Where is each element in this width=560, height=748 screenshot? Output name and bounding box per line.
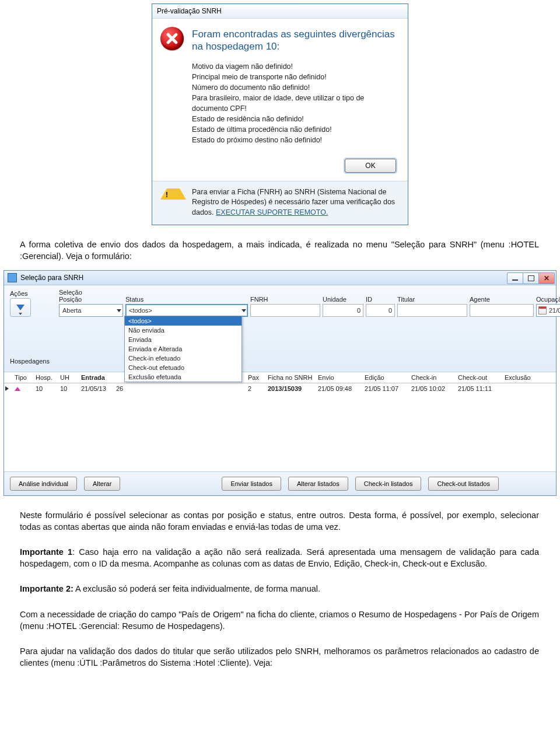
close-button[interactable]: ✕ <box>539 272 555 284</box>
dialog-message: Estado do próximo destino não definido! <box>192 135 398 145</box>
row-type-icon <box>15 387 20 391</box>
unidade-input[interactable]: 0 <box>323 304 363 317</box>
col-exclusao[interactable]: Exclusão <box>503 374 538 381</box>
cell-hosp: 10 <box>34 385 59 392</box>
status-value: <todos> <box>129 307 152 314</box>
label-acoes: Ações <box>10 290 57 298</box>
cell-pax: 2 <box>247 385 267 392</box>
important-2-text: A exclusão só poderá ser feita individua… <box>74 584 320 593</box>
body-paragraph: Importante 1: Caso haja erro na validaçã… <box>20 547 539 569</box>
cell-uh: 10 <box>59 385 80 392</box>
label-unidade: Unidade <box>323 296 363 304</box>
cell-edicao: 21/05 11:07 <box>363 385 410 392</box>
window-titlebar[interactable]: Seleção para SNRH ✕ <box>4 271 556 285</box>
label-hospedagens: Hospedagens <box>10 358 550 365</box>
label-posicao: Posição <box>59 296 123 304</box>
id-input[interactable]: 0 <box>366 304 395 317</box>
dialog-message: Estado de última procedência não definid… <box>192 124 398 135</box>
status-option[interactable]: <todos> <box>125 316 242 326</box>
dialog-message-list: Motivo da viagem não definido! Principal… <box>192 61 398 146</box>
ok-button[interactable]: OK <box>345 159 396 173</box>
dialog-message: Para brasileiro, maior de idade, deve ut… <box>192 93 398 114</box>
cell-partial: 26 <box>115 385 130 392</box>
status-dropdown-list[interactable]: <todos> Não enviada Enviada Enviada e Al… <box>124 316 242 382</box>
actions-button[interactable] <box>10 298 31 317</box>
col-checkin[interactable]: Check-in <box>410 374 457 381</box>
grid-data-row[interactable]: 10 10 21/05/13 26 2 2013/15039 21/05 09:… <box>4 383 556 394</box>
minimize-button[interactable] <box>507 272 523 284</box>
filter-toolbar: Ações Seleção Posição Aberta <box>4 285 556 372</box>
label-fnrh: FNRH <box>250 296 320 304</box>
prevalidation-dialog: Pré-validação SNRH Foram encontradas as … <box>152 4 408 225</box>
important-2-lead: Importante 2: <box>20 584 74 593</box>
calendar-icon <box>538 306 547 314</box>
cell-entrada: 21/05/13 <box>80 385 115 392</box>
important-1-text: : Caso haja erro na validação a ação não… <box>20 547 539 568</box>
dialog-message: Motivo da viagem não definido! <box>192 61 398 72</box>
col-tipo[interactable]: Tipo <box>13 374 34 381</box>
status-option[interactable]: Check-out efetuado <box>125 363 242 372</box>
hospedagens-grid: Tipo Hosp. UH Entrada Pax Ficha no SNRH … <box>4 372 556 471</box>
cell-envio: 21/05 09:48 <box>317 385 363 392</box>
label-ocup-ini: Ocupação Inicial <box>536 296 560 304</box>
app-icon <box>8 273 17 282</box>
alterar-listados-button[interactable]: Alterar listados <box>288 477 348 491</box>
body-paragraph: Neste formulário é possível selecionar a… <box>20 510 539 533</box>
body-paragraph: Com a necessidade de criação do campo "P… <box>20 609 539 632</box>
snrh-selection-window: Seleção para SNRH ✕ Ações <box>4 270 556 496</box>
ocup-ini-input[interactable]: 21/05/13 <box>536 304 560 317</box>
cell-checkin: 21/05 10:02 <box>410 385 457 392</box>
col-checkout[interactable]: Check-out <box>457 374 503 381</box>
status-option[interactable]: Enviada e Alterada <box>125 344 242 354</box>
arrow-down-icon <box>16 305 24 310</box>
error-icon <box>160 27 184 50</box>
maximize-button[interactable] <box>523 272 539 284</box>
col-pax[interactable]: Pax <box>247 374 267 381</box>
chevron-down-icon <box>19 313 22 315</box>
col-uh[interactable]: UH <box>59 374 80 381</box>
warning-icon <box>160 188 186 200</box>
col-ficha[interactable]: Ficha no SNRH <box>267 374 317 381</box>
dialog-message: Estado de residência não definido! <box>192 114 398 124</box>
row-current-icon <box>5 386 9 391</box>
chevron-down-icon <box>242 309 246 312</box>
col-entrada[interactable]: Entrada <box>80 374 115 381</box>
col-envio[interactable]: Envio <box>317 374 363 381</box>
grid-header-row: Tipo Hosp. UH Entrada Pax Ficha no SNRH … <box>4 372 556 383</box>
body-paragraph: A forma coletiva de envio dos dados da h… <box>20 239 539 262</box>
agente-input[interactable] <box>470 304 534 317</box>
titular-input[interactable] <box>397 304 467 317</box>
important-1-lead: Importante 1 <box>20 547 72 557</box>
posicao-combo[interactable]: Aberta <box>59 304 123 317</box>
fnrh-input[interactable] <box>250 304 320 317</box>
label-titular: Titular <box>397 296 467 304</box>
status-option[interactable]: Enviada <box>125 335 242 344</box>
alterar-button[interactable]: Alterar <box>84 477 120 491</box>
status-option[interactable]: Check-in efetuado <box>125 354 242 363</box>
dialog-message: Número do documento não definido! <box>192 82 398 93</box>
status-option[interactable]: Não enviada <box>125 326 242 335</box>
posicao-value: Aberta <box>62 307 81 314</box>
dialog-title: Pré-validação SNRH <box>152 4 408 19</box>
ocup-ini-value: 21/05/13 <box>549 307 560 314</box>
dialog-heading: Foram encontradas as seguintes divergênc… <box>192 28 398 53</box>
chevron-down-icon <box>117 309 121 312</box>
col-hosp[interactable]: Hosp. <box>34 374 59 381</box>
body-paragraph: Importante 2: A exclusão só poderá ser f… <box>20 583 539 595</box>
col-edicao[interactable]: Edição <box>363 374 410 381</box>
enviar-listados-button[interactable]: Enviar listados <box>222 477 281 491</box>
body-paragraph: Para ajudar na validação dos dados do ti… <box>20 646 539 669</box>
window-title: Seleção para SNRH <box>20 274 83 282</box>
checkin-listados-button[interactable]: Check-in listados <box>355 477 422 491</box>
analise-individual-button[interactable]: Análise individual <box>10 477 77 491</box>
label-status: Status <box>125 296 248 304</box>
dialog-footer-text: Para enviar a Ficha (FNRH) ao SNRH (Sist… <box>192 187 398 218</box>
status-combo[interactable]: <todos> <box>125 304 248 317</box>
cell-checkout: 21/05 11:11 <box>457 385 503 392</box>
checkout-listados-button[interactable]: Check-out listados <box>428 477 499 491</box>
remote-support-link[interactable]: EXECUTAR SUPORTE REMOTO. <box>216 208 328 216</box>
dialog-message: Principal meio de transporte não definid… <box>192 72 398 82</box>
status-option[interactable]: Exclusão efetuada <box>125 372 242 382</box>
label-id: ID <box>366 296 395 304</box>
cell-ficha: 2013/15039 <box>267 385 317 392</box>
